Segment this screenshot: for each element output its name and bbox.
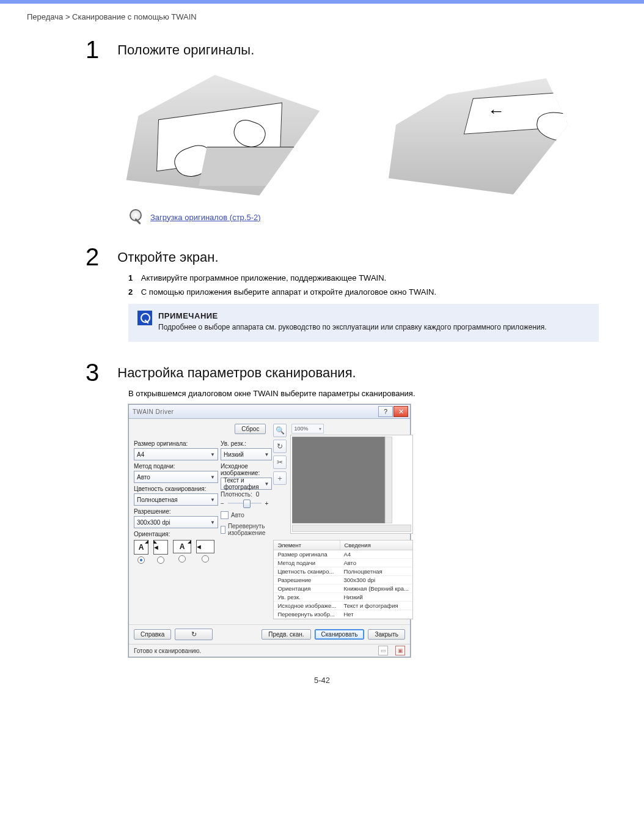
orient-radio-3[interactable] (178, 555, 186, 563)
info-header-element: Элемент (274, 541, 340, 550)
page-number: 5-42 (0, 676, 644, 685)
original-size-select[interactable]: A4 (134, 448, 218, 460)
table-row: ОриентацияКнижная (Верхний кра... (274, 585, 412, 593)
arrow-left-icon: ← (488, 101, 505, 121)
original-size-label: Размер оригинала: (134, 440, 214, 447)
sharpness-label: Ув. резк.: (221, 440, 268, 447)
orient-radio-1[interactable] (137, 556, 145, 564)
orient-radio-4[interactable] (202, 555, 209, 563)
step-2-line-2: 2 С помощью приложения выберите аппарат … (128, 287, 644, 297)
note-box: ПРИМЕЧАНИЕ Подробнее о выборе аппарата с… (128, 304, 599, 342)
scan-button[interactable]: Сканировать (315, 629, 365, 640)
twain-dialog: TWAIN Driver ? ✕ Сброс Размер оригинала:… (128, 404, 411, 657)
note-body: Подробнее о выборе аппарата см. руководс… (158, 322, 547, 333)
table-row: Ув. резк.Низкий (274, 593, 412, 602)
table-cell-key: Ув. резк. (274, 593, 340, 601)
dialog-right-panel: 🔍 ↻ ✂ ＋ 100% (273, 424, 413, 619)
sharpness-select[interactable]: Низкий (221, 448, 272, 460)
resolution-select[interactable]: 300x300 dpi (134, 516, 218, 528)
table-cell-value: Полноцветная (340, 567, 412, 575)
zoom-in-icon[interactable]: 🔍 (273, 424, 287, 437)
step-2-title: Откройте экран. (117, 249, 218, 265)
step-2: 2 Откройте экран. 1 Активируйте программ… (86, 243, 644, 297)
rotate-icon[interactable]: ↻ (273, 440, 287, 453)
figure-flatbed (122, 70, 324, 198)
resolution-label: Разрешение: (134, 508, 214, 515)
table-cell-value: Книжная (Верхний кра... (340, 585, 412, 592)
hand-icon (230, 116, 268, 151)
step-1-title: Положите оригиналы. (117, 42, 254, 58)
step-3-number: 3 (86, 359, 99, 386)
feed-method-select[interactable]: Авто (134, 471, 218, 483)
table-row: Метод подачиАвто (274, 559, 412, 567)
preview-area[interactable] (292, 437, 385, 523)
reference-link[interactable]: Загрузка оригиналов (стр.5-2) (150, 213, 261, 222)
color-mode-select[interactable]: Полноцветная (134, 493, 218, 506)
table-cell-value: Низкий (340, 593, 412, 601)
orientation-label: Ориентация: (134, 531, 214, 537)
orient-portrait-left-icon[interactable]: ◄ (153, 540, 168, 555)
table-cell-key: Ориентация (274, 585, 340, 592)
table-cell-key: Разрешение (274, 576, 340, 584)
help-titlebar-button[interactable]: ? (378, 406, 393, 417)
auto-checkbox-row: Авто (221, 511, 268, 519)
orientation-group: A ◄ A ◄ (134, 540, 214, 564)
scrollbar-vertical[interactable] (385, 437, 392, 523)
fit-icon[interactable]: ＋ (273, 471, 287, 485)
table-cell-value: Авто (340, 559, 412, 567)
info-header-value: Сведения (340, 541, 412, 550)
step-3: 3 Настройка параметров сканирования. В о… (86, 359, 644, 398)
step-1: 1 Положите оригиналы. (0, 29, 644, 64)
figure-adf: ← (385, 78, 568, 194)
table-row: Разрешение300x300 dpi (274, 576, 412, 585)
table-cell-key: Перевернуть изобр... (274, 610, 340, 618)
density-label: Плотность: (221, 491, 252, 498)
table-row: Цветность сканиро...Полноцветная (274, 567, 412, 576)
scrollbar-horizontal[interactable] (292, 525, 411, 532)
step-2-line-1: 1 Активируйте программное приложение, по… (128, 273, 644, 282)
table-cell-value: 300x300 dpi (340, 576, 412, 584)
note-title: ПРИМЕЧАНИЕ (158, 311, 547, 322)
plus-icon: + (265, 500, 269, 507)
preview-wrap (290, 435, 413, 534)
close-titlebar-button[interactable]: ✕ (393, 406, 408, 417)
flip-checkbox[interactable] (221, 526, 225, 534)
reset-button[interactable]: Сброс (235, 424, 266, 434)
table-cell-key: Исходное изображе... (274, 602, 340, 610)
close-button[interactable]: Закрыть (368, 629, 405, 640)
figures-row: ← (0, 70, 644, 198)
density-slider[interactable] (228, 499, 262, 507)
refresh-button[interactable]: ↻ (175, 629, 213, 640)
hand-icon (170, 141, 216, 182)
table-row: Размер оригиналаA4 (274, 550, 412, 559)
feed-method-label: Метод подачи: (134, 463, 214, 470)
table-cell-value: A4 (340, 550, 412, 558)
preview-scan-button[interactable]: Предв. скан. (262, 629, 310, 640)
orient-landscape-left-icon[interactable]: ◄ (196, 540, 214, 553)
table-cell-key: Размер оригинала (274, 550, 340, 558)
dialog-title-text: TWAIN Driver (133, 408, 174, 415)
image-type-select[interactable]: Текст и фотография (221, 478, 272, 490)
step-3-subtitle: В открывшемся диалоговом окне TWAIN выбе… (128, 389, 644, 398)
info-table: Элемент Сведения Размер оригиналаA4Метод… (273, 540, 413, 619)
zoom-select[interactable]: 100% (291, 424, 324, 434)
header-breadcrumb: Передача > Сканирование с помощью TWAIN (27, 12, 197, 21)
refresh-icon: ↻ (191, 630, 197, 638)
table-row: Перевернуть изобр...Нет (274, 610, 412, 619)
step-1-number: 1 (86, 36, 99, 64)
help-button[interactable]: Справка (134, 629, 171, 640)
note-magnifier-icon (137, 311, 152, 325)
table-cell-value: Нет (340, 610, 412, 618)
image-type-label: Исходное изображение: (221, 463, 268, 476)
orient-portrait-top-icon[interactable]: A (134, 540, 148, 555)
crop-icon[interactable]: ✂ (273, 456, 287, 469)
auto-checkbox[interactable] (221, 511, 229, 519)
page-header: Передача > Сканирование с помощью TWAIN (0, 4, 644, 29)
substep-label: 2 (128, 287, 133, 297)
orient-landscape-top-icon[interactable]: A (173, 540, 191, 553)
flip-checkbox-label: Перевернуть изображение (228, 523, 269, 536)
page-status-icon: ▭ (378, 646, 388, 655)
orient-radio-2[interactable] (157, 556, 164, 564)
hand-icon (535, 110, 588, 145)
density-value: 0 (256, 491, 260, 498)
